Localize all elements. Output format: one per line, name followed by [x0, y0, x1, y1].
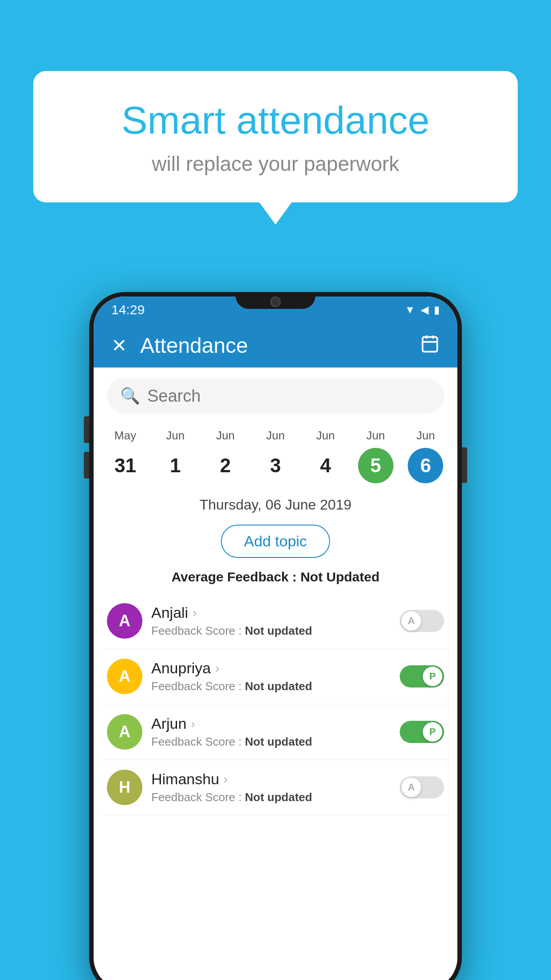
toggle-knob: A [401, 611, 421, 631]
phone-camera [270, 296, 281, 307]
chevron-right-icon: › [193, 606, 197, 620]
student-feedback: Feedback Score : Not updated [151, 680, 391, 693]
date-item[interactable]: Jun1 [153, 429, 197, 483]
search-input[interactable] [147, 387, 431, 406]
toggle-knob: A [401, 778, 421, 797]
chevron-right-icon: › [191, 717, 195, 731]
date-day[interactable]: 3 [258, 448, 293, 483]
speech-bubble-title: Smart attendance [69, 98, 482, 143]
phone-screen: 14:29 ▼ ◀ ▮ ✕ Attendance 🔍 [94, 296, 457, 980]
student-item[interactable]: AAnjali ›Feedback Score : Not updatedA [102, 593, 449, 649]
date-item[interactable]: Jun3 [253, 429, 298, 483]
close-button[interactable]: ✕ [111, 335, 127, 356]
student-name: Anupriya › [151, 660, 391, 677]
date-month: Jun [417, 429, 435, 443]
attendance-toggle[interactable]: A [400, 610, 444, 632]
date-month: Jun [316, 429, 335, 443]
date-item[interactable]: Jun5 [354, 429, 398, 483]
student-name: Himanshu › [151, 771, 391, 788]
student-item[interactable]: AArjun ›Feedback Score : Not updatedP [102, 704, 449, 760]
chevron-right-icon: › [215, 661, 219, 676]
battery-icon: ▮ [434, 304, 440, 316]
date-day[interactable]: 2 [208, 448, 243, 483]
date-month: Jun [366, 429, 385, 443]
wifi-icon: ▼ [405, 304, 415, 316]
selected-date-label: Thursday, 06 June 2019 [94, 492, 457, 518]
date-day[interactable]: 5 [358, 448, 394, 483]
attendance-toggle[interactable]: P [400, 665, 444, 688]
header-title: Attendance [140, 333, 407, 358]
status-time: 14:29 [111, 302, 145, 317]
student-list: AAnjali ›Feedback Score : Not updatedAAA… [94, 593, 457, 815]
vol-down-button [84, 452, 89, 478]
student-avatar: H [107, 770, 142, 805]
student-name: Arjun › [151, 715, 391, 732]
date-item[interactable]: Jun2 [203, 429, 248, 483]
student-info: Himanshu ›Feedback Score : Not updated [151, 771, 391, 804]
signal-icon: ◀ [421, 304, 429, 316]
student-item[interactable]: HHimanshu ›Feedback Score : Not updatedA [102, 760, 449, 815]
date-item[interactable]: May31 [103, 429, 147, 483]
avg-feedback: Average Feedback : Not Updated [94, 565, 457, 593]
avg-feedback-label: Average Feedback : [171, 569, 300, 584]
date-item[interactable]: Jun6 [403, 429, 448, 483]
avg-feedback-value: Not Updated [300, 569, 379, 584]
student-info: Anjali ›Feedback Score : Not updated [151, 604, 391, 638]
student-info: Arjun ›Feedback Score : Not updated [151, 715, 391, 749]
date-day[interactable]: 31 [107, 448, 143, 483]
date-day[interactable]: 6 [408, 448, 443, 483]
student-feedback: Feedback Score : Not updated [151, 624, 391, 638]
date-month: Jun [266, 429, 285, 443]
search-icon: 🔍 [120, 387, 140, 405]
phone-notch [236, 292, 315, 309]
vol-up-button [84, 416, 89, 443]
add-topic-button[interactable]: Add topic [221, 525, 330, 558]
speech-bubble-subtitle: will replace your paperwork [69, 152, 482, 176]
student-feedback: Feedback Score : Not updated [151, 790, 391, 804]
svg-rect-0 [423, 337, 437, 352]
date-month: May [114, 429, 136, 443]
date-day[interactable]: 4 [308, 448, 343, 483]
search-bar[interactable]: 🔍 [107, 378, 444, 414]
student-item[interactable]: AAnupriya ›Feedback Score : Not updatedP [102, 649, 449, 704]
date-carousel: May31Jun1Jun2Jun3Jun4Jun5Jun6 [94, 424, 457, 492]
student-info: Anupriya ›Feedback Score : Not updated [151, 660, 391, 693]
date-day[interactable]: 1 [157, 448, 193, 483]
calendar-icon[interactable] [420, 334, 440, 357]
power-button [462, 447, 467, 483]
status-icons: ▼ ◀ ▮ [405, 304, 440, 316]
app-header: ✕ Attendance [94, 323, 457, 368]
attendance-toggle[interactable]: P [400, 721, 444, 743]
date-month: Jun [216, 429, 235, 443]
student-feedback: Feedback Score : Not updated [151, 735, 391, 749]
student-avatar: A [107, 603, 142, 639]
toggle-knob: P [423, 722, 442, 742]
speech-bubble: Smart attendance will replace your paper… [33, 71, 518, 202]
student-avatar: A [107, 714, 142, 750]
phone-frame: 14:29 ▼ ◀ ▮ ✕ Attendance 🔍 [89, 292, 462, 980]
date-item[interactable]: Jun4 [303, 429, 348, 483]
student-name: Anjali › [151, 604, 391, 621]
student-avatar: A [107, 659, 142, 694]
attendance-toggle[interactable]: A [400, 776, 444, 798]
toggle-knob: P [423, 667, 442, 686]
chevron-right-icon: › [224, 772, 228, 786]
date-month: Jun [166, 429, 185, 443]
